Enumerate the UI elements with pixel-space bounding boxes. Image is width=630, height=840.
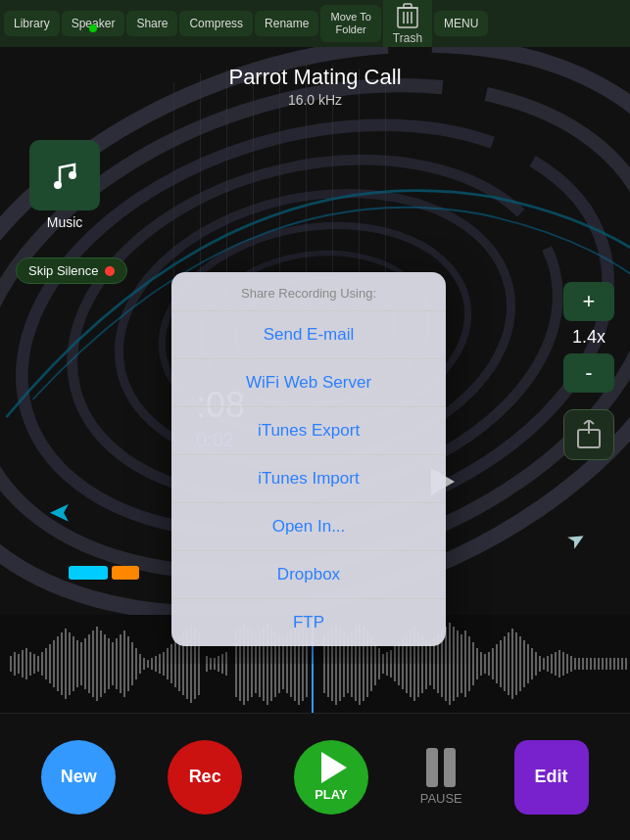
svg-rect-175 xyxy=(613,658,615,670)
svg-rect-176 xyxy=(617,658,619,670)
record-button[interactable]: Rec xyxy=(168,740,242,815)
svg-rect-118 xyxy=(390,650,392,677)
svg-rect-140 xyxy=(476,648,478,679)
edit-button[interactable]: Edit xyxy=(514,740,589,815)
svg-rect-54 xyxy=(116,638,118,689)
skip-silence-indicator xyxy=(105,266,115,276)
play-button[interactable]: PLAY xyxy=(294,740,368,815)
speed-controls: + 1.4x - xyxy=(563,282,614,393)
svg-rect-38 xyxy=(53,640,55,687)
svg-rect-153 xyxy=(527,644,529,683)
svg-rect-48 xyxy=(92,630,94,697)
svg-point-23 xyxy=(54,181,62,189)
svg-rect-33 xyxy=(33,654,35,674)
svg-rect-136 xyxy=(460,634,462,693)
pause-button[interactable]: PAUSE xyxy=(420,748,462,806)
music-icon-box[interactable] xyxy=(29,140,100,210)
speaker-button[interactable]: Speaker xyxy=(62,11,125,36)
svg-rect-81 xyxy=(225,652,227,676)
orange-marker xyxy=(112,566,139,580)
new-button[interactable]: New xyxy=(41,740,116,815)
speed-increase-button[interactable]: + xyxy=(563,282,614,321)
svg-rect-148 xyxy=(508,632,509,695)
svg-rect-172 xyxy=(602,658,604,670)
svg-rect-32 xyxy=(29,652,31,676)
svg-rect-60 xyxy=(139,654,141,674)
pause-label: PAUSE xyxy=(420,791,462,806)
svg-rect-139 xyxy=(472,642,474,685)
svg-rect-162 xyxy=(562,652,564,676)
svg-rect-80 xyxy=(221,654,223,674)
svg-rect-77 xyxy=(210,658,212,670)
svg-rect-56 xyxy=(123,630,125,697)
svg-rect-141 xyxy=(480,652,482,676)
svg-rect-151 xyxy=(519,636,521,691)
recording-khz: 16.0 kHz xyxy=(0,92,630,108)
svg-rect-61 xyxy=(143,658,145,670)
svg-rect-65 xyxy=(159,654,161,674)
svg-rect-55 xyxy=(120,634,121,693)
svg-rect-174 xyxy=(609,658,611,670)
share-wifi-button[interactable]: WiFi Web Server xyxy=(171,359,446,407)
share-dropbox-button[interactable]: Dropbox xyxy=(171,551,446,599)
svg-rect-168 xyxy=(586,658,588,670)
svg-rect-142 xyxy=(484,654,486,674)
move-to-folder-button[interactable]: Move ToFolder xyxy=(320,5,380,42)
svg-rect-31 xyxy=(25,648,27,679)
trash-button[interactable]: Trash xyxy=(383,0,432,51)
compress-button[interactable]: Compress xyxy=(179,11,253,36)
svg-rect-177 xyxy=(621,658,623,670)
svg-rect-166 xyxy=(578,658,580,670)
svg-rect-137 xyxy=(464,630,466,697)
export-button[interactable] xyxy=(563,409,614,460)
svg-rect-135 xyxy=(457,630,459,697)
svg-rect-169 xyxy=(590,658,592,670)
library-button[interactable]: Library xyxy=(4,11,60,36)
share-email-button[interactable]: Send E-mail xyxy=(171,311,446,359)
svg-rect-53 xyxy=(112,642,114,685)
speed-value: 1.4x xyxy=(572,327,606,348)
svg-rect-69 xyxy=(174,640,176,687)
svg-point-24 xyxy=(69,171,76,179)
svg-rect-43 xyxy=(73,636,74,691)
share-open-in-button[interactable]: Open In... xyxy=(171,503,446,551)
svg-rect-64 xyxy=(155,656,157,672)
marker-area xyxy=(69,566,139,580)
share-button[interactable]: Share xyxy=(126,11,177,36)
menu-button[interactable]: MENU xyxy=(434,11,488,36)
bottom-bar: New Rec PLAY PAUSE Edit xyxy=(0,713,630,840)
svg-rect-128 xyxy=(429,642,431,685)
svg-rect-45 xyxy=(80,642,82,685)
music-note-icon xyxy=(45,156,84,195)
svg-rect-40 xyxy=(61,632,63,695)
share-itunes-export-button[interactable]: iTunes Export xyxy=(171,407,446,455)
svg-rect-34 xyxy=(37,656,39,672)
pause-icon xyxy=(426,748,456,787)
svg-rect-159 xyxy=(551,654,553,674)
svg-rect-37 xyxy=(49,644,51,683)
share-itunes-import-button[interactable]: iTunes Import xyxy=(171,455,446,503)
skip-silence-button[interactable]: Skip Silence xyxy=(16,257,127,284)
svg-rect-51 xyxy=(104,634,106,693)
svg-rect-27 xyxy=(10,656,12,672)
title-area: Parrot Mating Call 16.0 kHz xyxy=(0,65,630,108)
svg-rect-161 xyxy=(558,650,560,677)
trash-icon xyxy=(397,2,418,29)
svg-rect-160 xyxy=(555,652,557,676)
svg-rect-116 xyxy=(382,654,384,674)
svg-rect-164 xyxy=(570,656,572,672)
svg-rect-170 xyxy=(594,658,596,670)
svg-rect-119 xyxy=(394,646,396,681)
rename-button[interactable]: Rename xyxy=(255,11,318,36)
export-icon xyxy=(574,420,604,449)
music-icon-area: Music xyxy=(29,140,100,230)
svg-rect-63 xyxy=(151,658,153,670)
share-ftp-button[interactable]: FTP xyxy=(171,599,446,646)
svg-rect-66 xyxy=(163,652,165,676)
speed-decrease-button[interactable]: - xyxy=(563,353,614,393)
svg-rect-152 xyxy=(523,640,525,687)
svg-rect-158 xyxy=(547,656,549,672)
svg-rect-147 xyxy=(504,636,506,691)
share-popup: Share Recording Using: Send E-mail WiFi … xyxy=(171,272,446,646)
svg-rect-39 xyxy=(57,636,59,691)
